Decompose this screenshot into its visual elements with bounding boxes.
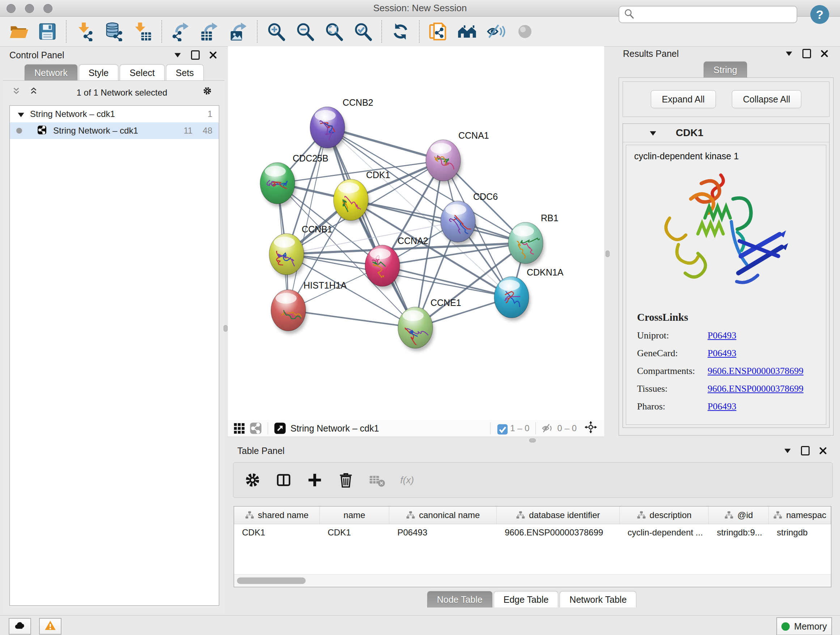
crosslink-link[interactable]: P06493: [707, 348, 826, 359]
search-input[interactable]: [638, 9, 792, 20]
network-canvas[interactable]: CCNB2CCNA1CDC25BCDK1CDC6RB1CCNB1CCNA2CDK…: [228, 46, 604, 420]
collapse-panel-icon[interactable]: [173, 50, 182, 60]
export-network-icon[interactable]: [171, 22, 190, 41]
function-builder-icon[interactable]: f(x): [400, 472, 425, 488]
export-table-icon[interactable]: [200, 22, 219, 41]
selected-items-checkbox-icon[interactable]: [496, 423, 507, 433]
left-splitter-handle[interactable]: [224, 325, 227, 332]
node-ccne1[interactable]: CCNE1: [398, 298, 461, 351]
memory-button[interactable]: Memory: [776, 617, 832, 635]
collapse-all-networks-icon[interactable]: [29, 87, 41, 99]
float-results-icon[interactable]: [802, 49, 811, 58]
close-panel-icon[interactable]: [208, 50, 218, 60]
grid-view-icon[interactable]: [233, 422, 245, 434]
network-tree-row-selected[interactable]: String Network – cdk1 11 48: [10, 122, 219, 139]
help-button[interactable]: ?: [810, 5, 829, 24]
expand-all-networks-icon[interactable]: [11, 87, 24, 99]
crosslink-link[interactable]: P06493: [707, 330, 826, 341]
node-ccnb1[interactable]: CCNB1: [269, 224, 332, 278]
import-network-icon[interactable]: [75, 22, 95, 41]
node-hist1h1a[interactable]: HIST1H1A: [271, 280, 347, 334]
float-panel-icon[interactable]: [191, 50, 200, 60]
tab-node-table[interactable]: Node Table: [427, 591, 493, 608]
expand-all-button[interactable]: Expand All: [651, 90, 716, 108]
crosslink-link[interactable]: P06493: [707, 401, 826, 412]
node-cdc6[interactable]: CDC6: [441, 192, 498, 245]
tab-edge-table[interactable]: Edge Table: [494, 591, 559, 608]
hide-selected-icon[interactable]: [486, 22, 506, 41]
tab-select[interactable]: Select: [120, 65, 164, 81]
edge-hist1h1a-ccne1[interactable]: [288, 310, 415, 328]
right-splitter-handle[interactable]: [606, 250, 609, 257]
tab-network[interactable]: Network: [25, 65, 77, 81]
table-row[interactable]: CDK1CDK1P064939606.ENSP00000378699cyclin…: [234, 524, 831, 540]
column-header-shared-name[interactable]: shared name: [234, 507, 320, 524]
crosslink-link[interactable]: 9606.ENSP00000378699: [707, 383, 826, 394]
collapse-results-icon[interactable]: [784, 49, 794, 58]
column-header-canonical-name[interactable]: canonical name: [389, 507, 497, 524]
table-cell[interactable]: P06493: [389, 524, 497, 540]
tab-string[interactable]: String: [704, 62, 747, 78]
node-ccna2[interactable]: CCNA2: [365, 236, 428, 289]
delete-entry-icon[interactable]: [338, 472, 354, 488]
node-cdc25b[interactable]: CDC25B: [260, 153, 328, 207]
refresh-layout-icon[interactable]: [391, 22, 410, 41]
table-cell[interactable]: stringdb: [769, 524, 831, 540]
collapse-table-panel-icon[interactable]: [783, 446, 792, 455]
export-image-icon[interactable]: [229, 22, 248, 41]
edge-ccnb2-ccne1[interactable]: [327, 127, 415, 328]
horizontal-splitter[interactable]: [228, 437, 837, 443]
tab-sets[interactable]: Sets: [166, 65, 204, 81]
table-cell[interactable]: cyclin-dependent ...: [620, 524, 709, 540]
node-cdkn1a[interactable]: CDKN1A: [494, 267, 564, 321]
node-ccnb2[interactable]: CCNB2: [310, 97, 373, 151]
fit-selected-crosshair-icon[interactable]: [584, 421, 599, 435]
float-table-panel-icon[interactable]: [801, 446, 810, 455]
edge-cdk1-rb1[interactable]: [351, 200, 526, 243]
network-overview-icon[interactable]: [249, 422, 262, 434]
cloud-status-button[interactable]: [9, 618, 31, 635]
save-session-icon[interactable]: [38, 22, 57, 41]
table-settings-icon[interactable]: [244, 472, 261, 488]
gene-expander-icon[interactable]: [648, 128, 657, 137]
zoom-in-icon[interactable]: [266, 22, 286, 41]
home-pages-icon[interactable]: [457, 22, 477, 41]
table-cell[interactable]: CDK1: [234, 524, 320, 540]
column-header-database-identifier[interactable]: database identifier: [497, 507, 620, 524]
column-header-namespac[interactable]: namespac: [769, 507, 831, 524]
column-header--id[interactable]: @id: [709, 507, 769, 524]
scrollbar-thumb[interactable]: [237, 578, 306, 584]
table-cell[interactable]: 9606.ENSP00000378699: [497, 524, 620, 540]
node-rb1[interactable]: RB1: [508, 213, 559, 266]
show-all-icon[interactable]: [515, 22, 535, 41]
import-database-icon[interactable]: [104, 22, 124, 41]
zoom-fit-icon[interactable]: [324, 22, 344, 41]
duplicate-network-icon[interactable]: [428, 22, 448, 41]
detach-view-icon[interactable]: [274, 422, 286, 434]
close-table-panel-icon[interactable]: [818, 446, 828, 455]
open-session-icon[interactable]: [9, 22, 28, 41]
tab-style[interactable]: Style: [79, 65, 118, 81]
delete-table-icon[interactable]: [369, 472, 385, 488]
show-columns-icon[interactable]: [275, 472, 292, 488]
import-table-icon[interactable]: [133, 22, 153, 41]
zoom-selected-icon[interactable]: [353, 22, 373, 41]
crosslink-link[interactable]: 9606.ENSP00000378699: [707, 366, 826, 377]
zoom-out-icon[interactable]: [295, 22, 315, 41]
table-horizontal-scrollbar[interactable]: [234, 574, 831, 587]
collapse-all-button[interactable]: Collapse All: [732, 90, 802, 108]
column-header-description[interactable]: description: [620, 507, 709, 524]
column-header-name[interactable]: name: [320, 507, 390, 524]
warnings-button[interactable]: [39, 618, 62, 635]
network-options-gear-icon[interactable]: [202, 86, 216, 99]
tree-expander-icon[interactable]: [16, 110, 24, 118]
table-cell[interactable]: stringdb:9...: [709, 524, 769, 540]
hidden-items-icon[interactable]: [542, 422, 554, 434]
close-results-icon[interactable]: [820, 49, 829, 58]
network-tree-root-row[interactable]: String Network – cdk1 1: [10, 106, 219, 122]
node-ccna1[interactable]: CCNA1: [426, 130, 489, 184]
add-entry-icon[interactable]: [306, 472, 323, 488]
search-box[interactable]: [619, 6, 797, 23]
tab-network-table[interactable]: Network Table: [560, 591, 636, 608]
table-cell[interactable]: CDK1: [320, 524, 390, 540]
